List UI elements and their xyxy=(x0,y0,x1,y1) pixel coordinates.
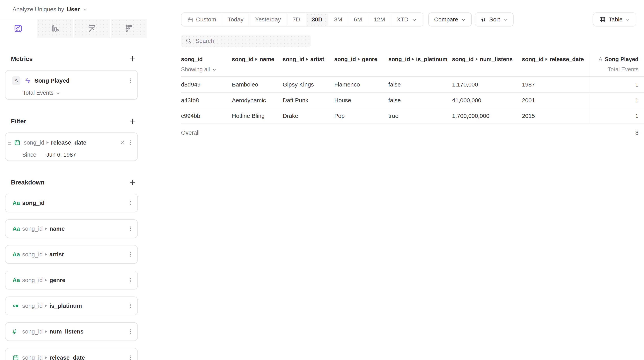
metrics-title: Metrics xyxy=(11,55,33,63)
add-metric-button[interactable] xyxy=(128,55,137,63)
breakdown-card-is-platinum[interactable]: song_id is_platinum xyxy=(5,296,138,315)
filter-card[interactable]: song_id release_date Since Jun 6, 1987 xyxy=(5,133,138,161)
date-range-30d[interactable]: 30D xyxy=(306,13,328,26)
date-range-7d[interactable]: 7D xyxy=(286,13,306,26)
table-overall-row: Overall 3 xyxy=(181,124,644,141)
date-range-3m[interactable]: 3M xyxy=(328,13,348,26)
date-range-custom[interactable]: Custom xyxy=(182,13,222,26)
date-property-icon xyxy=(14,139,24,146)
column-header-metric[interactable]: ASong Played Total Events xyxy=(590,52,644,76)
cell-genre: Pop xyxy=(334,108,388,124)
tab-insights[interactable] xyxy=(0,19,36,38)
table-row[interactable]: d8d949 Bamboleo Gipsy Kings Flamenco fal… xyxy=(181,77,644,92)
column-header-genre[interactable]: song_idgenre xyxy=(334,52,388,76)
cell-name: Bamboleo xyxy=(232,77,283,92)
chevron-down-icon xyxy=(411,16,418,23)
metric-event-name[interactable]: Song Played xyxy=(34,77,70,84)
column-header-release-date[interactable]: song_idrelease_date xyxy=(522,52,590,76)
report-main: Custom Today Yesterday 7D 30D 3M 6M 12M … xyxy=(147,0,644,360)
filter-parent-property: song_id xyxy=(24,139,44,146)
text-property-icon: Aa xyxy=(12,200,22,206)
property-caret-icon xyxy=(45,330,47,333)
breakdown-property[interactable]: release_date xyxy=(50,354,85,360)
breakdown-options-button[interactable] xyxy=(126,301,134,310)
breakdown-title: Breakdown xyxy=(11,179,44,186)
metrics-section-header: Metrics xyxy=(0,55,147,63)
column-header-num-listens[interactable]: song_idnum_listens xyxy=(452,52,522,76)
analyze-entity-selector[interactable]: User xyxy=(67,6,80,13)
drag-handle-icon[interactable] xyxy=(8,141,11,145)
tab-retention[interactable] xyxy=(110,19,147,38)
chevron-down-icon xyxy=(625,16,630,23)
add-breakdown-button[interactable] xyxy=(128,178,137,187)
tab-flows[interactable] xyxy=(73,19,110,38)
text-property-icon: Aa xyxy=(12,251,22,258)
breakdown-property[interactable]: genre xyxy=(50,277,66,283)
filter-options-button[interactable] xyxy=(126,138,134,147)
column-header-name[interactable]: song_idname xyxy=(232,52,283,76)
property-caret-icon xyxy=(45,227,47,230)
date-range-12m[interactable]: 12M xyxy=(368,13,391,26)
property-caret-icon xyxy=(306,58,308,61)
property-caret-icon xyxy=(358,58,360,61)
breakdown-card-release-date[interactable]: song_id release_date by Year xyxy=(5,348,138,360)
column-header-song-id[interactable]: song_id Showing all xyxy=(181,52,232,76)
breakdown-card-genre[interactable]: Aa song_id genre xyxy=(5,271,138,289)
breakdown-property[interactable]: artist xyxy=(50,251,64,258)
cell-release-date: 1987 xyxy=(522,77,590,92)
breakdown-card-song-id[interactable]: Aa song_id xyxy=(5,194,138,212)
filter-operator-selector[interactable]: Since xyxy=(22,152,36,158)
sort-button[interactable]: Sort xyxy=(475,13,514,27)
boolean-property-icon xyxy=(12,302,22,309)
metric-aggregation-selector[interactable]: Total Events xyxy=(23,90,54,96)
breakdown-card-num-listens[interactable]: # song_id num_listens xyxy=(5,322,138,341)
breakdown-options-button[interactable] xyxy=(126,250,134,259)
compare-button[interactable]: Compare xyxy=(428,13,472,27)
view-selector-button[interactable]: Table xyxy=(593,13,636,27)
table-grid-icon xyxy=(599,16,606,23)
chevron-down-icon xyxy=(82,6,88,13)
breakdown-property[interactable]: num_listens xyxy=(50,328,84,335)
filter-section-header: Filter xyxy=(0,117,147,125)
bar-chart-icon xyxy=(50,24,60,33)
metric-options-button[interactable] xyxy=(126,76,134,85)
breakdown-card-artist[interactable]: Aa song_id artist xyxy=(5,245,138,264)
column-header-is-platinum[interactable]: song_idis_platinum xyxy=(388,52,452,76)
property-caret-icon xyxy=(46,141,49,144)
breakdown-options-button[interactable] xyxy=(126,353,134,360)
date-range-6m[interactable]: 6M xyxy=(348,13,368,26)
table-search[interactable] xyxy=(181,35,311,47)
chevron-down-icon xyxy=(503,16,508,23)
remove-filter-button[interactable] xyxy=(118,138,126,147)
breakdown-card-name[interactable]: Aa song_id name xyxy=(5,219,138,238)
filter-value[interactable]: Jun 6, 1987 xyxy=(46,152,76,158)
breakdown-parent: song_id xyxy=(22,225,43,232)
property-caret-icon xyxy=(256,58,258,61)
breakdown-options-button[interactable] xyxy=(126,327,134,336)
cell-metric-value: 1 xyxy=(590,108,644,124)
breakdown-parent: song_id xyxy=(22,328,43,335)
event-icon xyxy=(25,77,34,84)
series-letter-badge: A xyxy=(12,76,20,85)
metric-card[interactable]: A Song Played Total Events xyxy=(5,70,138,100)
table-row[interactable]: a43fb8 Aerodynamic Daft Punk House false… xyxy=(181,92,644,108)
breakdown-options-button[interactable] xyxy=(126,198,134,208)
table-row[interactable]: c994bb Hotline Bling Drake Pop true 1,70… xyxy=(181,108,644,124)
breakdown-options-button[interactable] xyxy=(126,224,134,233)
showing-all-selector[interactable]: Showing all xyxy=(181,66,232,73)
add-filter-button[interactable] xyxy=(128,117,137,125)
tab-bar-chart[interactable] xyxy=(36,19,74,38)
results-table: song_id Showing all song_idname song_ida… xyxy=(181,52,644,141)
column-header-artist[interactable]: song_idartist xyxy=(283,52,334,76)
date-range-today[interactable]: Today xyxy=(222,13,249,26)
date-range-xtd[interactable]: XTD xyxy=(391,13,423,26)
date-range-yesterday[interactable]: Yesterday xyxy=(249,13,286,26)
filter-property[interactable]: release_date xyxy=(51,139,86,146)
breakdown-property[interactable]: song_id xyxy=(22,200,44,206)
breakdown-options-button[interactable] xyxy=(126,275,134,285)
cell-is-platinum: false xyxy=(388,77,452,92)
cell-release-date: 2001 xyxy=(522,93,590,108)
search-input[interactable] xyxy=(196,38,307,44)
breakdown-property[interactable]: name xyxy=(50,225,65,232)
breakdown-property[interactable]: is_platinum xyxy=(50,302,82,309)
